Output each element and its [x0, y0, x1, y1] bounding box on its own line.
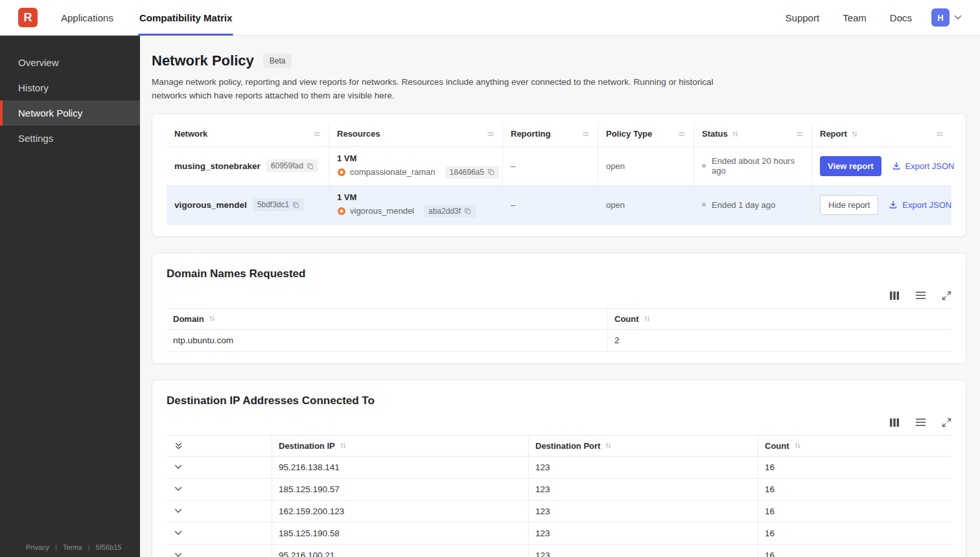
- expand-row-button[interactable]: [167, 525, 272, 541]
- domains-card: Domain Names Requested Domain Count: [152, 253, 966, 364]
- resources-cell: 1 VM compassionate_raman 184696a5: [329, 147, 502, 185]
- nav-compatibility-matrix[interactable]: Compatibility Matrix: [139, 0, 232, 36]
- export-json-link[interactable]: Export JSON: [892, 161, 955, 171]
- column-header-count[interactable]: Count: [607, 309, 951, 329]
- network-id: 5bdf3dc1: [257, 200, 289, 209]
- column-menu-icon[interactable]: [678, 130, 686, 138]
- network-table-row: musing_stonebraker 60959fad 1 VM compass…: [167, 146, 951, 185]
- sort-icon[interactable]: [340, 442, 347, 449]
- copy-icon[interactable]: [292, 201, 299, 209]
- column-header-policy-type[interactable]: Policy Type: [598, 124, 694, 146]
- sort-icon[interactable]: [851, 130, 858, 138]
- status-text: Ended 1 day ago: [712, 200, 775, 210]
- column-header-destination-port[interactable]: Destination Port: [528, 436, 758, 456]
- resource-name[interactable]: vigorous_mendel: [350, 206, 414, 216]
- avatar[interactable]: H: [931, 8, 950, 27]
- hide-report-button[interactable]: Hide report: [820, 195, 878, 215]
- status-dot: [702, 164, 706, 168]
- fullscreen-icon[interactable]: [942, 291, 951, 301]
- column-label: Network: [174, 129, 207, 139]
- column-label: Count: [614, 314, 639, 324]
- expand-row-button[interactable]: [167, 459, 272, 475]
- sidebar-item-overview[interactable]: Overview: [0, 50, 140, 75]
- build-version: 5f56b15: [96, 543, 122, 551]
- column-header-resources[interactable]: Resources: [329, 124, 502, 146]
- table-row: 185.125.190.58 123 16: [167, 523, 951, 545]
- columns-view-icon[interactable]: [889, 418, 900, 427]
- column-header-report[interactable]: Report: [811, 124, 951, 146]
- count-cell: 16: [758, 479, 951, 500]
- resource-id-badge: aba2dd3f: [424, 205, 476, 218]
- column-label: Policy Type: [606, 129, 652, 139]
- network-id: 60959fad: [271, 161, 303, 170]
- column-menu-icon[interactable]: [487, 130, 495, 138]
- footer-divider: |: [88, 543, 90, 551]
- column-header-destination-ip[interactable]: Destination IP: [272, 436, 528, 456]
- vm-count: 1 VM: [337, 153, 356, 163]
- chevron-down-icon: [174, 508, 182, 514]
- column-header-reporting[interactable]: Reporting: [502, 124, 598, 146]
- export-json-label: Export JSON: [902, 200, 951, 210]
- column-header-network[interactable]: Network: [167, 124, 329, 146]
- report-cell: Hide report Export JSON: [811, 186, 959, 224]
- destination-port-cell: 123: [528, 501, 758, 522]
- destination-port-cell: 123: [528, 457, 758, 478]
- expand-row-button[interactable]: [167, 481, 272, 497]
- expand-all-rows-button[interactable]: [167, 437, 272, 455]
- privacy-link[interactable]: Privacy: [26, 543, 49, 551]
- column-header-status[interactable]: Status: [694, 124, 811, 146]
- expand-row-button[interactable]: [167, 547, 272, 557]
- nav-docs[interactable]: Docs: [890, 12, 912, 23]
- table-view-controls: [167, 418, 951, 427]
- resource-name[interactable]: compassionate_raman: [350, 167, 436, 177]
- column-label: Reporting: [511, 129, 550, 139]
- main-content: Network Policy Beta Manage network polic…: [140, 36, 980, 557]
- export-json-link[interactable]: Export JSON: [889, 200, 951, 210]
- nav-team[interactable]: Team: [843, 12, 867, 23]
- sort-icon[interactable]: [732, 130, 739, 138]
- column-label: Report: [820, 129, 847, 139]
- column-header-domain[interactable]: Domain: [167, 309, 607, 329]
- nav-applications[interactable]: Applications: [61, 0, 113, 36]
- copy-icon[interactable]: [464, 207, 471, 214]
- sidebar-item-settings[interactable]: Settings: [0, 126, 140, 151]
- sort-icon[interactable]: [644, 315, 651, 323]
- column-label: Status: [702, 129, 728, 139]
- nav-support[interactable]: Support: [786, 12, 820, 23]
- column-menu-icon[interactable]: [582, 130, 590, 138]
- view-report-button[interactable]: View report: [820, 156, 881, 176]
- network-table-card: Network Resources Reporting Policy Type: [152, 113, 966, 237]
- network-table-header: Network Resources Reporting Policy Type: [167, 124, 951, 146]
- copy-icon[interactable]: [487, 168, 495, 176]
- network-cell: musing_stonebraker 60959fad: [167, 147, 329, 185]
- chevron-down-icon: [174, 552, 182, 557]
- reporting-cell: –: [502, 186, 598, 224]
- brand-logo[interactable]: R: [18, 8, 38, 27]
- count-cell: 16: [758, 457, 951, 478]
- density-view-icon[interactable]: [915, 418, 926, 427]
- sidebar: Overview History Network Policy Settings…: [0, 36, 140, 557]
- sidebar-item-history[interactable]: History: [0, 75, 140, 100]
- fullscreen-icon[interactable]: [942, 418, 951, 427]
- copy-icon[interactable]: [307, 163, 314, 170]
- destination-port-cell: 123: [528, 545, 758, 557]
- destination-ip-cell: 185.125.190.58: [272, 523, 528, 544]
- column-header-count[interactable]: Count: [758, 436, 951, 456]
- column-menu-icon[interactable]: [313, 130, 321, 138]
- terms-link[interactable]: Terms: [63, 543, 82, 551]
- column-menu-icon[interactable]: [936, 130, 944, 138]
- user-menu-chevron-down-icon[interactable]: [954, 15, 962, 20]
- sort-icon[interactable]: [605, 442, 612, 449]
- sort-icon[interactable]: [794, 442, 801, 449]
- destinations-card: Destination IP Addresses Connected To De…: [152, 380, 966, 557]
- table-row: 185.125.190.57 123 16: [167, 479, 951, 501]
- sidebar-item-network-policy[interactable]: Network Policy: [0, 100, 140, 126]
- column-menu-icon[interactable]: [796, 130, 804, 138]
- sort-icon[interactable]: [209, 315, 216, 323]
- expand-row-button[interactable]: [167, 503, 272, 519]
- policy-type-cell: open: [598, 147, 694, 185]
- export-json-label: Export JSON: [905, 161, 955, 171]
- destination-ip-cell: 162.159.200.123: [272, 501, 528, 522]
- columns-view-icon[interactable]: [889, 291, 900, 301]
- density-view-icon[interactable]: [915, 291, 926, 301]
